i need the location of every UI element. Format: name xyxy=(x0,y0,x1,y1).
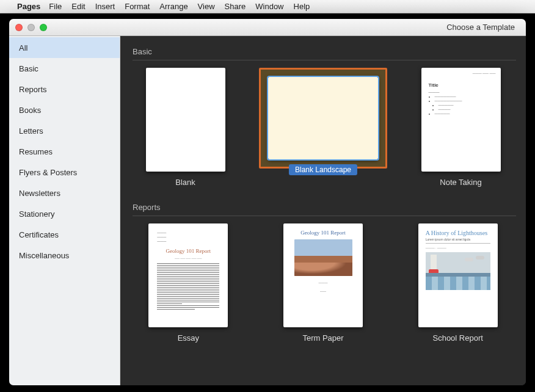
template-label: School Report xyxy=(432,333,482,343)
template-thumbnail-essay[interactable]: ——— ——— ——— Geology 101 Report —— —— —— … xyxy=(148,223,228,327)
selected-template-frame[interactable]: Blank Landscape xyxy=(259,68,387,169)
menu-help[interactable]: Help xyxy=(294,2,310,11)
term-paper-title-text: Geology 101 Report xyxy=(292,230,354,236)
template-grid[interactable]: Basic Blank Blank Landscape ——— —— —— xyxy=(120,36,526,385)
section-heading-basic: Basic xyxy=(133,47,516,60)
close-window-button[interactable] xyxy=(15,24,23,31)
menu-share[interactable]: Share xyxy=(225,2,246,11)
template-label: Essay xyxy=(178,333,199,343)
term-paper-photo-placeholder xyxy=(294,239,352,276)
sidebar-item-basic[interactable]: Basic xyxy=(9,58,120,79)
sidebar-item-miscellaneous[interactable]: Miscellaneous xyxy=(9,245,120,266)
note-date-placeholder: ——— —— —— xyxy=(421,68,501,75)
template-thumbnail-note-taking[interactable]: ——— —— —— Title ——— ——————— ————————— ——… xyxy=(421,68,501,172)
template-chooser-window: Choose a Template All Basic Reports Book… xyxy=(9,18,526,386)
sidebar-item-stationery[interactable]: Stationery xyxy=(9,203,120,224)
school-report-subtitle-text: Lorem ipsum dolor sit amet ligula xyxy=(426,238,490,244)
menu-arrange[interactable]: Arrange xyxy=(159,2,187,11)
template-essay[interactable]: ——— ——— ——— Geology 101 Report —— —— —— … xyxy=(130,223,247,343)
menu-edit[interactable]: Edit xyxy=(71,2,85,11)
menu-insert[interactable]: Insert xyxy=(95,2,115,11)
category-sidebar: All Basic Reports Books Letters Resumes … xyxy=(9,36,120,385)
sidebar-item-certificates[interactable]: Certificates xyxy=(9,224,120,245)
template-thumbnail-school-report[interactable]: A History of Lighthouses Lorem ipsum dol… xyxy=(418,223,498,327)
sidebar-item-newsletters[interactable]: Newsletters xyxy=(9,183,120,203)
app-menu[interactable]: Pages xyxy=(17,2,40,11)
sidebar-item-letters[interactable]: Letters xyxy=(9,120,120,141)
template-note-taking[interactable]: ——— —— —— Title ——— ——————— ————————— ——… xyxy=(406,68,516,187)
menu-file[interactable]: File xyxy=(49,2,62,11)
menu-window[interactable]: Window xyxy=(255,2,283,11)
menu-format[interactable]: Format xyxy=(125,2,150,11)
note-subhead-placeholder: ——— xyxy=(429,90,493,94)
template-term-paper[interactable]: Geology 101 Report ——— —— Term Paper xyxy=(265,223,382,343)
sidebar-item-flyers-posters[interactable]: Flyers & Posters xyxy=(9,162,120,183)
school-report-photo-placeholder xyxy=(426,252,490,290)
zoom-window-button[interactable] xyxy=(40,24,47,31)
selected-template-label: Blank Landscape xyxy=(289,164,357,175)
minimize-window-button xyxy=(27,24,35,31)
sidebar-item-all[interactable]: All xyxy=(9,37,120,58)
template-blank[interactable]: Blank xyxy=(130,68,241,187)
sidebar-item-books[interactable]: Books xyxy=(9,100,120,120)
window-controls xyxy=(15,24,47,31)
menu-view[interactable]: View xyxy=(198,2,215,11)
note-title-placeholder: Title xyxy=(429,82,493,88)
sidebar-item-resumes[interactable]: Resumes xyxy=(9,141,120,162)
section-reports-row: ——— ——— ——— Geology 101 Report —— —— —— … xyxy=(130,223,516,343)
macos-menubar: Pages File Edit Insert Format Arrange Vi… xyxy=(0,0,535,13)
section-heading-reports: Reports xyxy=(133,203,516,216)
template-label: Note Taking xyxy=(440,178,481,187)
template-thumbnail-blank-landscape[interactable] xyxy=(268,77,378,159)
section-basic-row: Blank Blank Landscape ——— —— —— Title ——… xyxy=(130,68,516,187)
window-title: Choose a Template xyxy=(446,23,515,32)
template-thumbnail-term-paper[interactable]: Geology 101 Report ——— —— xyxy=(283,223,363,327)
essay-title-text: Geology 101 Report xyxy=(157,248,219,254)
template-label: Term Paper xyxy=(302,333,343,343)
school-report-title-text: A History of Lighthouses xyxy=(426,230,490,236)
sidebar-item-reports[interactable]: Reports xyxy=(9,79,120,100)
template-school-report[interactable]: A History of Lighthouses Lorem ipsum dol… xyxy=(399,223,516,343)
template-label: Blank xyxy=(175,178,195,187)
template-thumbnail-blank[interactable] xyxy=(146,68,225,172)
template-blank-landscape[interactable]: Blank Landscape xyxy=(259,68,387,187)
window-titlebar: Choose a Template xyxy=(9,19,526,36)
